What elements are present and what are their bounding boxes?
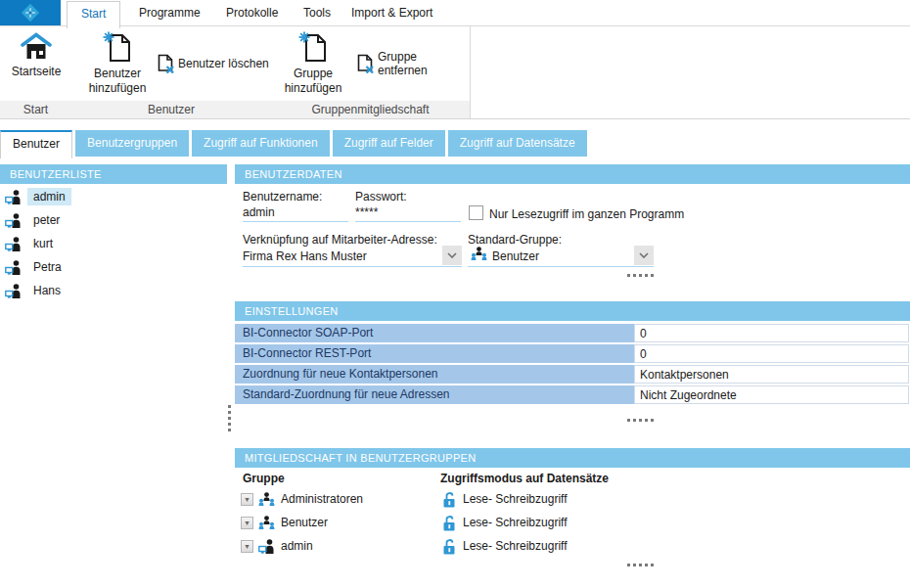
menu-tab-import-export[interactable]: Import & Export [338,0,446,25]
list-item-label: kurt [27,235,59,252]
row-expand-dropdown-icon[interactable]: ▼ [241,493,253,506]
membership-access-admin[interactable]: Lese- Schreibzugriff [442,536,568,556]
password-label: Passwort: [355,190,407,204]
membership-group-name: admin [281,539,313,553]
ribbon-group-label-gruppenmitgliedschaft: Gruppenmitgliedschaft [271,101,470,118]
home-icon [21,32,52,62]
chevron-down-icon [447,252,457,258]
benutzer-hinzufuegen-label: Benutzer hinzufügen [85,67,150,96]
row-expand-dropdown-icon[interactable]: ▼ [241,540,253,553]
add-document-icon [103,31,132,64]
membership-row-benutzer[interactable]: ▼ Benutzer [241,513,328,532]
delete-document-icon [158,54,174,73]
tab-zugriff-felder[interactable]: Zugriff auf Felder [333,130,445,157]
settings-row-value[interactable]: Kontaktpersonen [634,365,909,384]
app-logo-button[interactable] [0,0,61,25]
membership-row-administratoren[interactable]: ▼ Administratoren [241,489,363,509]
benutzer-hinzufuegen-button[interactable]: Benutzer hinzufügen [85,31,150,96]
membership-access-benutzer[interactable]: Lese- Schreibzugriff [442,513,568,532]
membership-access-mode: Lese- Schreibzugriff [463,492,568,506]
user-icon [5,213,22,228]
app-window: Start Programme Protokolle Tools Import … [0,0,910,588]
default-group-select-value[interactable]: Benutzer [492,249,539,263]
default-group-dropdown-button[interactable] [634,246,654,265]
userdata-resize-grip[interactable] [627,274,654,277]
list-item-admin[interactable]: admin [5,187,71,206]
membership-group-name: Administratoren [281,492,363,506]
panel-splitter-grip[interactable] [228,405,231,431]
user-icon [5,260,22,275]
settings-resize-grip[interactable] [627,419,654,422]
user-icon [5,190,22,204]
list-item-label: Petra [27,258,68,276]
membership-group-name: Benutzer [281,516,328,529]
user-data-header: BENUTZERDATEN [235,164,910,184]
username-underline [243,221,348,222]
list-item-label: admin [27,188,71,205]
employee-link-dropdown-button[interactable] [442,246,462,265]
username-label: Benutzername: [243,190,322,204]
password-underline [355,221,461,222]
startseite-label: Startseite [12,65,62,79]
settings-row-value[interactable]: Nicht Zugeordnete [634,385,909,404]
menu-tab-programme[interactable]: Programme [125,0,214,25]
settings-row-value[interactable]: 0 [634,324,909,342]
user-icon [258,539,275,554]
settings-row-value[interactable]: 0 [634,344,909,363]
benutzer-loeschen-label: Benutzer löschen [178,57,269,70]
unlock-icon [442,515,456,531]
readonly-checkbox[interactable] [469,205,483,220]
settings-row-label: BI-Connector REST-Port [235,344,634,363]
menu-tab-protokolle[interactable]: Protokolle [212,0,292,25]
tab-benutzer[interactable]: Benutzer [0,130,72,158]
readonly-checkbox-label: Nur Lesezugriff im ganzen Programm [489,207,684,221]
gruppe-entfernen-label: Gruppe entfernen [378,50,470,77]
employee-link-select-value[interactable]: Firma Rex Hans Muster [243,249,367,263]
menu-bar: Start Programme Protokolle Tools Import … [0,0,910,26]
gruppe-hinzufuegen-button[interactable]: Gruppe hinzufügen [283,31,343,96]
settings-row-label: Standard-Zuordnung für neue Adressen [235,385,634,404]
membership-resize-grip[interactable] [627,564,654,566]
ribbon-group-label-benutzer: Benutzer [71,101,271,118]
default-group-label: Standard-Gruppe: [468,233,562,247]
unlock-icon [442,491,456,508]
group-icon [258,516,275,530]
startseite-button[interactable]: Startseite [7,32,66,79]
app-logo-diamond-icon [20,2,41,23]
tab-benutzergruppen[interactable]: Benutzergruppen [75,130,189,157]
delete-document-icon [357,54,374,73]
ribbon-group-benutzer: Benutzer hinzufügen Benutzer löschen Ben… [71,26,272,118]
password-input[interactable]: ***** [355,205,378,219]
group-icon [471,247,487,261]
list-item-petra[interactable]: Petra [5,257,68,277]
menu-tab-tools[interactable]: Tools [290,0,344,25]
membership-row-admin[interactable]: ▼ admin [241,536,313,556]
unlock-icon [442,538,456,555]
list-item-kurt[interactable]: kurt [5,234,59,253]
membership-col-gruppe: Gruppe [243,472,285,485]
benutzer-loeschen-button[interactable]: Benutzer löschen [158,54,269,73]
ribbon-group-gruppenmitgliedschaft: Gruppe hinzufügen Gruppe entfernen Grupp… [271,26,471,118]
membership-access-mode: Lese- Schreibzugriff [463,539,568,553]
list-item-hans[interactable]: Hans [5,281,67,300]
list-item-label: peter [27,211,66,229]
menu-tab-start[interactable]: Start [67,1,120,28]
membership-access-mode: Lese- Schreibzugriff [463,516,568,529]
view-tab-bar: Benutzer Benutzergruppen Zugriff auf Fun… [0,130,910,157]
membership-header: MITGLIEDSCHAFT IN BENUTZERGRUPPEN [235,448,910,468]
list-item-label: Hans [27,282,67,299]
tab-zugriff-funktionen[interactable]: Zugriff auf Funktionen [192,130,330,157]
ribbon-group-label-start: Start [0,101,71,118]
username-input[interactable]: admin [243,205,275,219]
tab-zugriff-datensaetze[interactable]: Zugriff auf Datensätze [448,130,587,157]
gruppe-entfernen-button[interactable]: Gruppe entfernen [357,54,470,73]
user-list-header: BENUTZERLISTE [0,164,227,184]
default-group-underline [468,266,654,267]
employee-link-label: Verknüpfung auf Mitarbeiter-Adresse: [243,233,437,247]
settings-row-label: BI-Connector SOAP-Port [235,324,634,342]
list-item-peter[interactable]: peter [5,210,66,230]
row-expand-dropdown-icon[interactable]: ▼ [241,517,253,529]
settings-row-label: Zuordnung für neue Kontaktpersonen [235,365,634,384]
ribbon: Startseite Start Benutzer hinzufügen [0,26,910,119]
membership-access-administratoren[interactable]: Lese- Schreibzugriff [442,489,568,509]
